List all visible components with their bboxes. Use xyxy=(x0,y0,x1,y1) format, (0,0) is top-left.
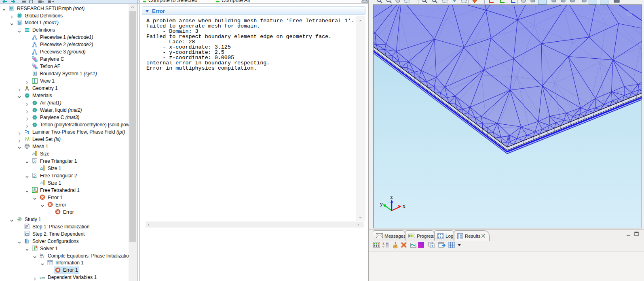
svg-text:x: x xyxy=(403,203,405,209)
svg-text:f: f xyxy=(43,255,45,259)
svg-text:e-12: e-12 xyxy=(382,245,389,248)
svg-text:y: y xyxy=(380,201,383,207)
svg-text:8.85: 8.85 xyxy=(382,243,389,245)
svg-text:u,v,w: u,v,w xyxy=(40,276,45,279)
svg-text:COMSOL: COMSOL xyxy=(600,9,622,14)
svg-text:∂t: ∂t xyxy=(40,255,43,258)
svg-text:z: z xyxy=(391,194,393,200)
svg-text:MULTIPHYSICS: MULTIPHYSICS xyxy=(587,14,624,19)
